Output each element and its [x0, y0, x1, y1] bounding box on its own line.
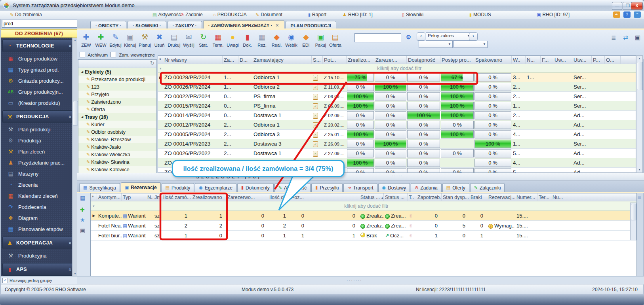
column-header-numer[interactable]: Numer...: [515, 193, 537, 201]
tree-item-zatwierdzono[interactable]: ✎Zatwierdzono: [78, 98, 156, 106]
sidebar-item-plan-zleceń[interactable]: ⚒Plan zleceń: [1, 146, 77, 157]
toolbar-button-drukuj[interactable]: ▤Drukuj: [167, 31, 181, 51]
column-header-braki[interactable]: Braki: [469, 193, 487, 201]
close-button[interactable]: X: [631, 2, 643, 10]
order-row[interactable]: ▶ZO 00028/PR/20241...Odbiorca 1✓Z 15.10.…: [158, 73, 636, 82]
archiwum-checkbox[interactable]: [80, 52, 85, 57]
column-header-p[interactable]: P...: [592, 56, 605, 64]
chat-icon[interactable]: ❝: [634, 11, 641, 18]
order-row[interactable]: ZO 00005/PR/20242...Odbiorca 3✓Z 25.01..…: [158, 130, 636, 139]
detail-tab-egzemplarze[interactable]: ◉Egzemplarze: [195, 183, 236, 192]
tree-item-123[interactable]: ✎123: [78, 83, 156, 91]
gutter-grid-icon[interactable]: ▦: [80, 195, 85, 201]
column-header-stan-dysp[interactable]: Stan dysp...: [442, 193, 469, 201]
column-header-rezerwacj[interactable]: Rezerwacj...: [487, 193, 515, 201]
sidebar-item-podzlecenia[interactable]: ↷Podzlecenia: [1, 201, 77, 212]
tree-item-przekazane-do-produkcji[interactable]: ✎Przekazane do produkcji: [78, 76, 156, 83]
tree-item-odbior-osobisty[interactable]: ✎Odbior osobisty: [78, 128, 156, 136]
sidebar-item-gniazda-produkcy[interactable]: ⚙Gniazda produkcy...: [1, 75, 77, 86]
filter-select-1[interactable]: ▼: [419, 41, 453, 48]
order-row[interactable]: ZO 00015/PR/20240...PS_firma✓Z 06.09....…: [158, 101, 636, 111]
column-header-col[interactable]: *: [91, 193, 97, 201]
zam-wewnetrzne-checkbox[interactable]: [111, 52, 116, 57]
tree-item-kraków-rzeszów[interactable]: ✎Kraków- Rzeszów: [78, 136, 156, 143]
column-list-icon[interactable]: ≣: [611, 34, 616, 41]
detail-tab-aktywność[interactable]: ✎Aktywność: [274, 183, 311, 192]
column-header-x[interactable]: [308, 193, 359, 201]
toolbar-button-webik[interactable]: ◉Webik: [284, 31, 299, 51]
tree-group-trasy-16[interactable]: ◢Trasy (16): [78, 113, 156, 121]
sidebar-item-planowanie-etapów[interactable]: ▦Planowanie etapów: [1, 224, 77, 235]
orders-grid-filter-row[interactable]: ▾kliknij aby dodać filtr: [158, 64, 636, 73]
details-column-list-icon[interactable]: ≣: [637, 194, 642, 200]
sidebar-item-plan-produkcji[interactable]: ⚒Plan produkcji: [1, 124, 77, 135]
column-header-ilość-zamó[interactable]: Ilość zamó...: [162, 193, 191, 201]
toolbar-search-input[interactable]: [354, 33, 401, 42]
tree-item-kraków-katowice[interactable]: ✎Kraków-Katowice: [78, 166, 156, 173]
column-header-jm[interactable]: Jm: [153, 193, 162, 201]
gutter-monitor-icon[interactable]: ▣: [80, 227, 85, 233]
order-row[interactable]: ZO 00014/PR/20240...Dostawca 1✓Z 02.09..…: [158, 111, 636, 120]
column-header-zrealizo[interactable]: Zrealizo...: [347, 56, 374, 64]
toolbar-button-oferta[interactable]: ▤Oferta: [328, 31, 343, 51]
sidebar-item-kalendarz-zleceń[interactable]: ▦Kalendarz zleceń: [1, 190, 77, 201]
order-row[interactable]: ZO 00026/PR/20222...Dostawca 1✓Z 27.09..…: [158, 149, 636, 158]
column-header-status[interactable]: Status ...▲: [359, 193, 384, 201]
menu-item-słowniki[interactable]: ▯Słowniki: [402, 12, 423, 18]
column-header-za[interactable]: Za...: [223, 56, 238, 64]
tree-item-przyjęto[interactable]: ✎Przyjęto: [78, 91, 156, 98]
detail-tab-zadania[interactable]: ⊘Zadania: [411, 183, 442, 192]
column-header-zarezer[interactable]: Zarezer...: [374, 56, 407, 64]
column-header-spakowano[interactable]: Spakowano: [474, 56, 512, 64]
detail-tab-produkty[interactable]: ▤Produkty: [162, 183, 194, 192]
help-icon[interactable]: ?: [623, 11, 631, 18]
reservations-grid-filter-row[interactable]: ▾kliknij aby dodać filtr: [91, 201, 636, 211]
toolbar-button-usuń[interactable]: ✖Usuń: [152, 31, 167, 51]
column-header-zrealizowano[interactable]: Zrealizowano: [191, 193, 226, 201]
detail-tab-przesyłki[interactable]: ▮Przesyłki: [311, 183, 343, 192]
bottom-splitter[interactable]: ·······: [77, 276, 644, 284]
menu-item-rho-id-1[interactable]: ♟RHO [ID: 1]: [343, 12, 373, 18]
detail-tab-załączniki[interactable]: ✎Załączniki: [470, 183, 505, 192]
layout-icon[interactable]: ▣: [635, 34, 640, 41]
details-splitter-handle[interactable]: ·····: [392, 174, 403, 178]
range-select[interactable]: Pełny zakres▼: [426, 32, 472, 41]
column-header-zamawiający[interactable]: Zamawiający: [252, 56, 312, 64]
sidebar-item-kreator-produktu[interactable]: ▭(Kreator produktu): [1, 97, 77, 108]
quickfind-input[interactable]: [2, 20, 77, 28]
menu-item-produkcja[interactable]: ⌂PRODUKCJA: [213, 12, 247, 18]
sidebar-item-produkcja[interactable]: ⚙Produkcja: [1, 135, 77, 146]
sidebar-item-przydzielanie-prac[interactable]: ♟Przydzielanie prac...: [1, 157, 77, 168]
toolbar-button-wew[interactable]: ✚WEW: [93, 31, 108, 51]
menu-item-aktywność[interactable]: ▤Aktywność: [152, 12, 181, 18]
column-header-d[interactable]: D...: [238, 56, 252, 64]
column-header-s[interactable]: S...: [312, 56, 323, 64]
toolbar-button-rez[interactable]: ▦Rez.: [255, 31, 269, 51]
column-header-typ[interactable]: Typ: [122, 193, 146, 201]
reservation-row[interactable]: ▶Kompute...▤Wariantszt110100✓Zrealiz...✓…: [91, 211, 636, 221]
detail-tab-dostawy[interactable]: ◉Dostawy: [378, 183, 410, 192]
column-header-nu[interactable]: Nu...: [551, 193, 565, 201]
tree-item-oferta[interactable]: ✎Oferta: [78, 106, 156, 113]
toolbar-button-dok[interactable]: ▮Dok.: [240, 31, 255, 51]
column-header-f[interactable]: F...: [541, 56, 553, 64]
sidebar-item-grupy-produkcyjn[interactable]: ABGrupy produkcyjn...: [1, 86, 77, 97]
tree-item-kraków-skawina[interactable]: ✎Kraków- Skawina: [78, 158, 156, 166]
order-row[interactable]: ZO 00026/PR/20241...Odbiorca 2✓Z 11.09..…: [158, 82, 636, 92]
column-header-ter[interactable]: Ter...: [537, 193, 551, 201]
column-header-status[interactable]: Status ...: [384, 193, 408, 201]
tree-item-kraków-wieliczka[interactable]: ✎Kraków-Wieliczka: [78, 151, 156, 158]
menu-item-do-zrobienia[interactable]: ✎Do zrobienia: [10, 12, 42, 18]
orders-grid-scrollbar[interactable]: ▲ ▼: [636, 55, 643, 173]
tree-item-kraków-jasło[interactable]: ✎Kraków-Jasło: [78, 143, 156, 151]
menu-item-raport[interactable]: ▮Raport: [308, 12, 326, 18]
detail-tab-oferty[interactable]: ▤Oferty: [442, 183, 469, 192]
refresh-icon[interactable]: ⇄: [623, 34, 628, 41]
menu-item-modus[interactable]: ▮MODUS: [469, 12, 491, 18]
column-header-dostępność[interactable]: Dostępność: [407, 56, 440, 64]
toolbar-button-klonuj[interactable]: ▣Klonuj: [123, 31, 137, 51]
expand-one-group-checkbox[interactable]: ✓: [2, 278, 8, 283]
range-prev-button[interactable]: ‹: [417, 32, 425, 41]
sidebar-item-diagram[interactable]: ❖Diagram: [1, 212, 77, 224]
column-header-postęp-pro[interactable]: Postęp pro...: [440, 56, 474, 64]
